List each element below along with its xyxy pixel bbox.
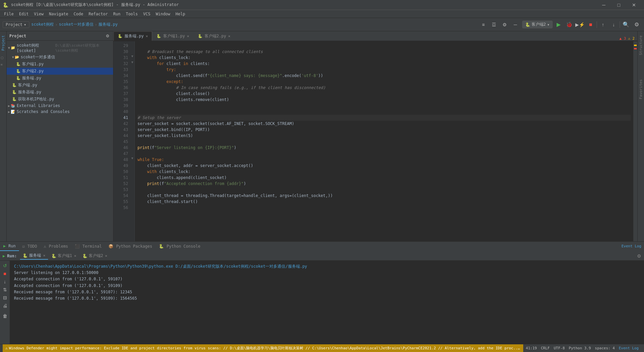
tree-label-client2: 客户端2.py <box>22 68 44 74</box>
tree-label-server: 服务端.py <box>22 75 41 81</box>
menu-navigate[interactable]: Navigate <box>46 11 71 17</box>
project-selector[interactable]: Project ▾ <box>3 21 29 28</box>
tree-item-folder1[interactable]: ▼ 📂 scoket一对多通信 <box>7 54 113 61</box>
trash-button[interactable]: 🗑 <box>1 312 9 320</box>
code-line-44: server_socket.listen(5) <box>137 133 631 139</box>
menu-window[interactable]: Window <box>153 11 173 17</box>
bookmark-icon[interactable]: ☲ <box>490 20 499 29</box>
bottom-tab-terminal[interactable]: ⬛ Terminal <box>71 242 105 251</box>
bottom-tab-problems[interactable]: ⚠ Problems <box>40 242 71 251</box>
bottom-tab-run[interactable]: ▶ Run <box>0 242 19 251</box>
sidebar-structure-icon[interactable]: ≡ <box>1 63 6 68</box>
rerun-button[interactable]: ↺ <box>1 262 9 269</box>
status-charset[interactable]: UTF-8 <box>554 346 565 350</box>
minus-icon[interactable]: ─ <box>511 20 520 29</box>
tab-server[interactable]: 🐍 服务端.py ✕ <box>113 31 152 41</box>
code-line-47 <box>137 151 631 157</box>
settings-main-button[interactable]: ⚙ <box>632 20 641 29</box>
folder-open-icon: 📂 <box>15 55 19 59</box>
bottom-tab-python-packages[interactable]: 📦 Python Packages <box>105 242 155 251</box>
breadcrumb-item-3[interactable]: 服务端.py <box>98 22 118 27</box>
tab-close-server[interactable]: ✕ <box>146 34 148 38</box>
tab-client1[interactable]: 🐍 客户端1.py ✕ <box>152 31 194 41</box>
menu-refactor[interactable]: Refactor <box>86 11 110 17</box>
tree-item-server2[interactable]: 🐍 服务器端.py <box>7 89 113 96</box>
tab-close-client1[interactable]: ✕ <box>187 34 189 38</box>
tree-label-ip: 获取本机IP地址.py <box>18 96 54 102</box>
tree-item-extlib[interactable]: ▶ 📚 External Libraries <box>7 103 113 109</box>
menu-code[interactable]: Code <box>71 11 86 17</box>
line-num-53: 53 <box>113 187 128 193</box>
minimize-button[interactable]: ─ <box>596 0 611 10</box>
packages-icon: 📦 <box>108 244 113 249</box>
tree-item-server[interactable]: 🐍 服务端.py <box>7 75 113 82</box>
sidebar-commit-icon[interactable]: ⬡ <box>1 56 6 61</box>
sidebar-project-icon[interactable]: Project <box>1 34 5 52</box>
menu-file[interactable]: File <box>1 11 16 17</box>
menu-tools[interactable]: Tools <box>123 11 140 17</box>
run-tab-client1[interactable]: 🐍 客户端1 ✕ <box>49 252 79 259</box>
menu-vcs[interactable]: VCS <box>140 11 153 17</box>
scroll-to-end-button[interactable]: ↓ <box>1 278 9 285</box>
tree-item-client1[interactable]: 🐍 客户端1.py <box>7 61 113 68</box>
status-warning-banner[interactable]: ⚠ Windows Defender might impact performa… <box>3 344 523 352</box>
tree-item-client2[interactable]: 🐍 客户端2.py <box>7 68 113 75</box>
close-button[interactable]: ✕ <box>626 0 641 10</box>
structure-icon[interactable]: ≡ <box>479 20 488 29</box>
status-python[interactable]: Python 3.9 <box>569 346 591 350</box>
tab-close-client2[interactable]: ✕ <box>228 34 231 38</box>
settings-icon[interactable]: ⚙ <box>500 20 510 29</box>
status-event-log[interactable]: Event Log <box>619 346 639 350</box>
right-sidebar-structure[interactable]: Structure <box>639 34 643 57</box>
git-commit-button[interactable]: ↓ <box>609 20 618 29</box>
breadcrumb-item-1[interactable]: scoket例程 <box>31 22 54 27</box>
problems-icon: ⚠ <box>44 244 46 249</box>
git-update-button[interactable]: ↑ <box>598 20 608 29</box>
menu-view[interactable]: View <box>31 11 46 17</box>
project-panel-settings[interactable]: ⚙ <box>104 33 110 39</box>
line-num-46: 46 <box>113 145 128 151</box>
tree-item-client[interactable]: 🐍 客户端.py <box>7 82 113 89</box>
stop-button[interactable]: ■ <box>586 20 595 29</box>
menu-run[interactable]: Run <box>110 11 123 17</box>
tree-item-ip[interactable]: 🐍 获取本机IP地址.py <box>7 96 113 103</box>
bottom-tab-python-console[interactable]: 🐍 Python Console <box>155 242 204 251</box>
run-button[interactable]: ▶ <box>554 20 563 29</box>
tab-label-client2: 客户端2.py <box>205 33 226 39</box>
line-num-39: 39 <box>113 103 128 109</box>
print-button[interactable]: 🖨 <box>1 302 9 309</box>
run-config-selector[interactable]: 🐍 客户端2 ▾ <box>522 21 553 28</box>
code-line-35: except: <box>137 79 631 85</box>
menu-edit[interactable]: Edit <box>16 11 31 17</box>
run-tab-client2-close[interactable]: ✕ <box>105 254 107 258</box>
run-tab-client2[interactable]: 🐍 客户端2 ✕ <box>80 252 110 259</box>
event-log-link[interactable]: Event Log <box>619 244 644 248</box>
right-sidebar-favorites[interactable]: Favorites <box>639 78 643 101</box>
maximize-button[interactable]: □ <box>611 0 626 10</box>
fold-button[interactable]: ⊟ <box>1 294 9 301</box>
bottom-tab-todo[interactable]: ☑ TODO <box>19 242 40 251</box>
code-line-37: client.close() <box>137 91 631 97</box>
output-line-command: C:\Users\Chenhao\AppData\Local\Programs\… <box>14 263 640 270</box>
tree-arrow-root: ▼ <box>8 46 10 50</box>
tab-client2[interactable]: 🐍 客户端2.py ✕ <box>194 31 235 41</box>
run-tab-server[interactable]: 🐍 服务端 ✕ <box>20 252 48 260</box>
debug-button[interactable]: 🐞 <box>565 20 574 29</box>
search-everywhere-button[interactable]: 🔍 <box>621 20 631 29</box>
tree-item-scratches[interactable]: ▶ 📝 Scratches and Consoles <box>7 109 113 115</box>
bottom-tab-problems-label: Problems <box>49 244 68 249</box>
line-num-47: 47 <box>113 151 128 157</box>
code-line-41: # Setup the server <box>137 115 631 121</box>
run-tab-client1-close[interactable]: ✕ <box>74 254 76 258</box>
run-panel-settings-button[interactable]: ⚙ <box>637 253 641 259</box>
run-tab-server-close[interactable]: ✕ <box>43 253 45 258</box>
run-coverage-button[interactable]: ▶⚡ <box>575 20 585 29</box>
status-crlf[interactable]: CRLF <box>541 346 550 350</box>
run-panel-tabs: ▶ Run: 🐍 服务端 ✕ 🐍 客户端1 ✕ 🐍 客户端2 ✕ ⚙ <box>0 251 644 261</box>
sort-button[interactable]: ⇅ <box>1 286 9 293</box>
breadcrumb-item-2[interactable]: scoket一对多通信 <box>59 22 93 27</box>
menu-help[interactable]: Help <box>173 11 188 17</box>
stop-run-button[interactable]: ■ <box>1 270 9 277</box>
tree-item-root[interactable]: ▼ 📁 scoket例程 [scoket] D:\桌面\scoket研究版本\s… <box>7 42 113 54</box>
status-position[interactable]: 41:19 <box>526 346 537 350</box>
